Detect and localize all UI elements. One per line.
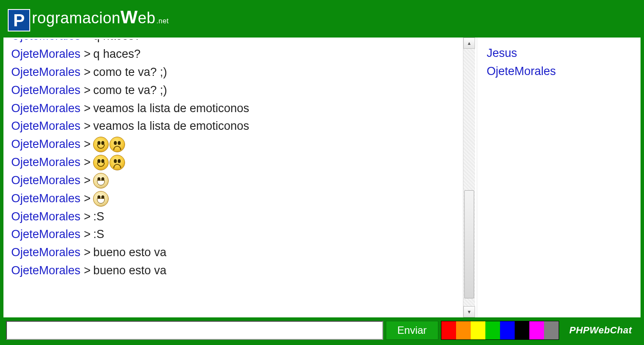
chat-sep: > xyxy=(81,82,94,100)
site-title: rogramacionWeb.net xyxy=(32,7,169,31)
chat-sep: > xyxy=(81,226,94,244)
chat-line: OjeteMorales>:S xyxy=(11,226,457,244)
chat-line: OjeteMorales> xyxy=(11,135,457,154)
chat-sep: > xyxy=(81,154,94,172)
brand-label: PHPWebChat xyxy=(562,321,638,340)
chat-nick: OjeteMorales xyxy=(11,208,81,226)
chat-line: OjeteMorales>veamos la lista de emoticon… xyxy=(11,117,457,135)
scroll-down-button[interactable]: ▼ xyxy=(463,306,475,317)
chat-text: :S xyxy=(93,226,104,244)
title-seg1: rogramacion xyxy=(32,8,121,28)
chat-sep: > xyxy=(81,45,94,63)
color-swatch[interactable] xyxy=(485,321,500,339)
scroll-track[interactable] xyxy=(463,49,475,306)
chat-sep: > xyxy=(81,244,94,262)
color-swatch[interactable] xyxy=(529,321,544,339)
chat-text: veamos la lista de emoticonos xyxy=(93,100,249,118)
color-swatch[interactable] xyxy=(471,321,485,339)
sad-emoji-icon xyxy=(109,155,125,170)
chat-nick: OjeteMorales xyxy=(11,100,81,118)
chat-sep: > xyxy=(81,190,94,208)
scroll-thumb[interactable] xyxy=(464,190,474,298)
chat-nick: OjeteMorales xyxy=(11,226,81,244)
chat-sep: > xyxy=(81,117,94,135)
chat-text: :S xyxy=(93,208,104,226)
smile-emoji-icon xyxy=(93,137,109,152)
header: P rogramacionWeb.net xyxy=(3,3,641,38)
chat-line: OjeteMorales>como te va? ;) xyxy=(11,82,457,100)
chat-line: OjeteMorales>bueno esto va xyxy=(11,262,457,280)
chat-text: bueno esto va xyxy=(93,262,166,280)
chat-sep: > xyxy=(81,262,94,280)
chat-line: OjeteMorales>:S xyxy=(11,208,457,226)
title-seg2: W xyxy=(121,7,138,28)
chat-line: OjeteMorales>como te va? ;) xyxy=(11,63,457,82)
title-seg3: eb xyxy=(138,8,156,28)
chat-line: OjeteMorales>bueno esto va xyxy=(11,244,457,262)
chat-text: q haces? xyxy=(93,39,141,42)
color-swatch[interactable] xyxy=(456,321,471,339)
sad-emoji-icon xyxy=(109,137,125,152)
scrollbar[interactable]: ▲ ▼ xyxy=(463,38,475,317)
logo-box: P xyxy=(8,9,30,31)
chat-nick: OjeteMorales xyxy=(11,190,81,208)
chat-sep: > xyxy=(81,100,94,118)
scroll-up-button[interactable]: ▲ xyxy=(463,38,475,49)
chat-sep: > xyxy=(81,135,94,154)
chat-line-cutoff: OjeteMorales>q haces? xyxy=(11,39,457,45)
chat-nick: OjeteMorales xyxy=(11,135,81,154)
chat-sep: > xyxy=(81,208,94,226)
chat-text: como te va? ;) xyxy=(93,63,167,82)
chat-text: q haces? xyxy=(93,45,141,63)
chat-text: como te va? ;) xyxy=(93,82,167,100)
title-suffix: .net xyxy=(156,11,169,31)
color-palette xyxy=(441,321,559,340)
color-swatch[interactable] xyxy=(500,321,515,339)
chat-nick: OjeteMorales xyxy=(11,117,81,135)
color-swatch[interactable] xyxy=(515,321,529,339)
chat-nick: OjeteMorales xyxy=(11,244,81,262)
users-panel: JesusOjeteMorales xyxy=(477,38,641,317)
chat-line: OjeteMorales> xyxy=(11,172,457,190)
chat-nick: OjeteMorales xyxy=(11,39,81,42)
chat-nick: OjeteMorales xyxy=(11,262,81,280)
user-list-item[interactable]: OjeteMorales xyxy=(487,63,633,81)
chat-line: OjeteMorales> xyxy=(11,190,457,208)
smile-emoji-icon xyxy=(93,155,109,170)
chat-sep: > xyxy=(81,172,94,190)
grin-emoji-icon xyxy=(93,191,109,207)
message-input[interactable] xyxy=(6,321,383,340)
chat-sep: > xyxy=(81,39,94,42)
color-swatch[interactable] xyxy=(544,321,559,339)
color-swatch[interactable] xyxy=(441,321,456,339)
chat-text: veamos la lista de emoticonos xyxy=(93,117,249,135)
chat-nick: OjeteMorales xyxy=(11,45,81,63)
chat-nick: OjeteMorales xyxy=(11,154,81,172)
chat-nick: OjeteMorales xyxy=(11,63,81,82)
grin-emoji-icon xyxy=(93,173,109,188)
chat-app: P rogramacionWeb.net OjeteMorales>q hace… xyxy=(0,0,644,345)
chat-sep: > xyxy=(81,63,94,82)
chat-line: OjeteMorales>q haces? xyxy=(11,45,457,63)
user-list-item[interactable]: Jesus xyxy=(487,44,633,63)
chat-messages: OjeteMorales>q haces? OjeteMorales>q hac… xyxy=(3,38,463,317)
send-button[interactable]: Enviar xyxy=(386,321,438,340)
chat-text: bueno esto va xyxy=(93,244,166,262)
footer: Enviar PHPWebChat xyxy=(3,317,641,342)
chat-nick: OjeteMorales xyxy=(11,82,81,100)
chat-line: OjeteMorales>veamos la lista de emoticon… xyxy=(11,100,457,118)
chat-panel: OjeteMorales>q haces? OjeteMorales>q hac… xyxy=(3,38,477,317)
content: OjeteMorales>q haces? OjeteMorales>q hac… xyxy=(3,38,641,317)
chat-nick: OjeteMorales xyxy=(11,172,81,190)
chat-line: OjeteMorales> xyxy=(11,154,457,172)
